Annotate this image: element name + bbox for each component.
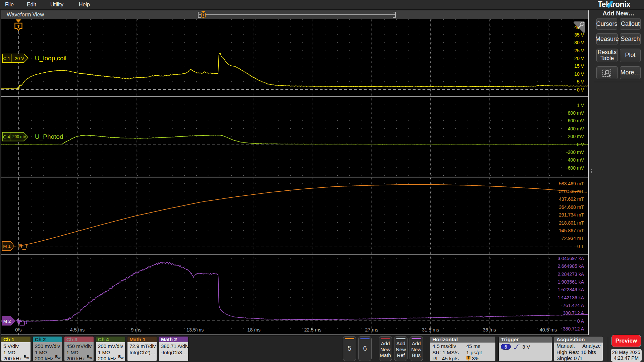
svg-text:T: T xyxy=(467,356,469,360)
svg-text:761.424 A: 761.424 A xyxy=(563,303,584,308)
svg-text:72.934 mT: 72.934 mT xyxy=(561,236,584,241)
svg-text:200 mV: 200 mV xyxy=(12,134,26,139)
svg-text:291.734 mT: 291.734 mT xyxy=(559,212,584,218)
svg-text:36 ms: 36 ms xyxy=(483,327,496,333)
svg-text:145.867 mT: 145.867 mT xyxy=(559,228,584,233)
svg-text:I_p: I_p xyxy=(18,318,27,326)
svg-text:9 ms: 9 ms xyxy=(131,327,141,333)
svg-text:C 1: C 1 xyxy=(3,56,10,61)
svg-text:27 ms: 27 ms xyxy=(365,327,378,333)
svg-text:30 V: 30 V xyxy=(574,40,584,45)
svg-text:1.142136 kA: 1.142136 kA xyxy=(557,295,584,300)
svg-text:M 2: M 2 xyxy=(3,319,11,324)
svg-text:Tektronix: Tektronix xyxy=(598,0,631,9)
svg-text:25 V: 25 V xyxy=(574,48,584,53)
svg-text:35 V: 35 V xyxy=(574,32,584,38)
svg-text:20 V: 20 V xyxy=(574,56,584,61)
svg-text:U_Photod: U_Photod xyxy=(35,133,63,140)
svg-text:800 mV: 800 mV xyxy=(568,110,584,116)
svg-text:18 ms: 18 ms xyxy=(247,327,261,333)
svg-text:M 1: M 1 xyxy=(3,244,11,249)
svg-text:600 mV: 600 mV xyxy=(568,118,584,123)
svg-text:583.469 mT: 583.469 mT xyxy=(559,181,584,186)
svg-text:-380.712 A: -380.712 A xyxy=(561,326,584,331)
svg-text:U_loop,coil: U_loop,coil xyxy=(35,55,66,62)
svg-text:0 V: 0 V xyxy=(577,87,584,93)
svg-text:-600 mV: -600 mV xyxy=(566,165,584,171)
svg-text:2.664985 kA: 2.664985 kA xyxy=(557,263,584,269)
svg-text:4.5 ms: 4.5 ms xyxy=(70,327,85,333)
svg-text:0 T: 0 T xyxy=(577,244,584,249)
svg-text:437.602 mT: 437.602 mT xyxy=(559,196,584,202)
svg-text:20 V: 20 V xyxy=(15,56,24,61)
svg-text:3.045697 kA: 3.045697 kA xyxy=(557,256,584,261)
svg-text:218.801 mT: 218.801 mT xyxy=(559,220,584,226)
svg-text:1.522849 kA: 1.522849 kA xyxy=(557,287,584,292)
svg-text:31.5 ms: 31.5 ms xyxy=(422,327,439,333)
svg-text:1.903561 kA: 1.903561 kA xyxy=(557,279,584,285)
svg-text:B_t: B_t xyxy=(18,243,28,250)
svg-text:22.5 ms: 22.5 ms xyxy=(304,327,322,333)
svg-text:400 mV: 400 mV xyxy=(568,126,584,131)
svg-text:1 V: 1 V xyxy=(577,103,584,108)
svg-text:-200 mV: -200 mV xyxy=(566,149,584,155)
svg-text:T: T xyxy=(202,13,204,17)
svg-text:C 4: C 4 xyxy=(3,134,10,139)
svg-text:200 mV: 200 mV xyxy=(568,134,584,139)
svg-text:-400 mV: -400 mV xyxy=(566,157,584,163)
svg-text:5 V: 5 V xyxy=(577,79,584,84)
svg-text:364.668 mT: 364.668 mT xyxy=(559,204,584,210)
svg-text:15 V: 15 V xyxy=(574,63,584,69)
svg-text:13.5 ms: 13.5 ms xyxy=(186,327,204,333)
svg-text:T: T xyxy=(17,24,20,29)
svg-text:2.284273 kA: 2.284273 kA xyxy=(557,272,584,277)
svg-text:10 V: 10 V xyxy=(574,71,584,77)
svg-text:0 A: 0 A xyxy=(577,318,584,324)
svg-text:40.5 ms: 40.5 ms xyxy=(540,327,557,333)
